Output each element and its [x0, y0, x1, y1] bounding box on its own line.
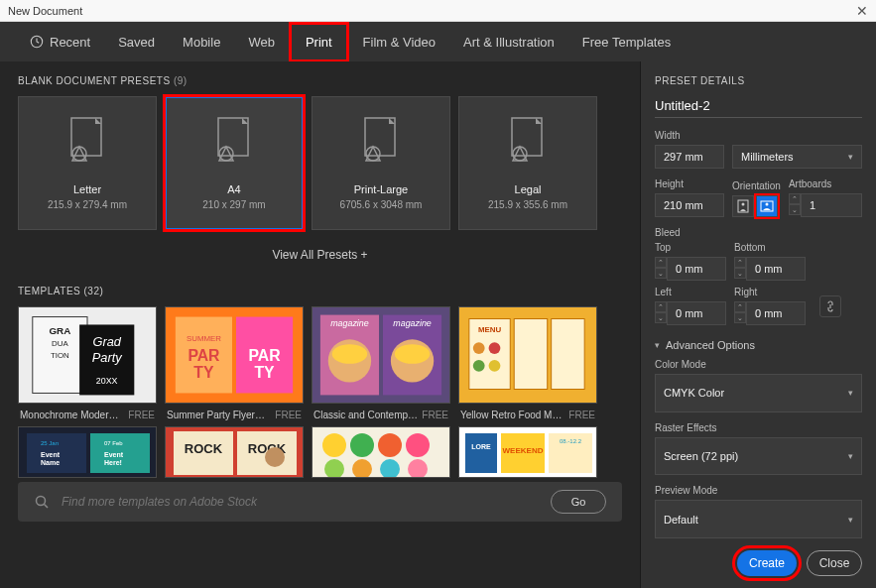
svg-point-2 — [72, 147, 86, 161]
preset-legal[interactable]: Legal 215.9 x 355.6 mm — [458, 96, 597, 230]
search-icon — [34, 494, 50, 510]
presets-panel: BLANK DOCUMENT PRESETS (9) Letter 215.9 … — [0, 61, 640, 588]
template-item[interactable]: GRADUATIONGradParty20XX Monochrome Moder… — [18, 306, 157, 426]
bleed-bottom-stepper[interactable]: ⌃⌄ — [734, 257, 746, 281]
template-thumb: magazinemagazine — [312, 306, 450, 404]
svg-point-6 — [366, 147, 380, 161]
tab-art-illustration[interactable]: Art & Illustration — [449, 25, 568, 59]
view-all-presets[interactable]: View All Presets + — [18, 248, 622, 262]
go-button[interactable]: Go — [551, 490, 606, 514]
template-item[interactable]: LOREWEEKEND08.-12.2 — [458, 426, 597, 478]
preset-letter[interactable]: Letter 215.9 x 279.4 mm — [18, 96, 157, 230]
landscape-icon — [760, 200, 774, 212]
tab-film-video[interactable]: Film & Video — [349, 25, 449, 59]
preset-a4[interactable]: A4 210 x 297 mm — [165, 96, 304, 230]
svg-text:magazine: magazine — [330, 318, 368, 328]
svg-point-4 — [219, 147, 233, 161]
svg-point-80 — [766, 203, 769, 206]
document-name-input[interactable]: Untitled-2 — [655, 98, 862, 118]
color-mode-select[interactable]: CMYK Color▾ — [655, 374, 862, 412]
height-input[interactable]: 210 mm — [655, 193, 724, 217]
category-tabs: Recent Saved Mobile Web Print Film & Vid… — [0, 22, 876, 61]
bleed-label: Bleed — [655, 227, 862, 238]
template-item[interactable]: ROCKROCK — [165, 426, 304, 478]
height-label: Height — [655, 178, 724, 189]
create-button[interactable]: Create — [737, 550, 797, 576]
svg-text:Event: Event — [41, 451, 61, 458]
svg-point-61 — [350, 433, 374, 457]
svg-text:MENU: MENU — [478, 325, 501, 334]
svg-text:PAR: PAR — [248, 347, 281, 364]
template-item[interactable]: MENU Yellow Retro Food M…FREE — [458, 306, 597, 426]
svg-text:TY: TY — [193, 364, 214, 381]
tab-mobile[interactable]: Mobile — [169, 25, 234, 59]
svg-text:TION: TION — [51, 351, 69, 360]
artboards-label: Artboards — [789, 178, 862, 189]
presets-heading: BLANK DOCUMENT PRESETS (9) — [18, 75, 622, 86]
bleed-right-stepper[interactable]: ⌃⌄ — [734, 301, 746, 325]
portrait-icon — [737, 199, 749, 213]
svg-text:magazine: magazine — [393, 318, 431, 328]
preview-mode-select[interactable]: Default▾ — [655, 500, 862, 538]
svg-text:20XX: 20XX — [96, 376, 118, 386]
template-item[interactable]: SUMMERPARTYPARTY Summer Party Flyer…FREE — [165, 306, 304, 426]
svg-point-34 — [395, 344, 430, 364]
svg-point-43 — [489, 360, 501, 372]
tab-saved[interactable]: Saved — [104, 25, 169, 59]
bleed-top-input[interactable]: 0 mm — [667, 257, 726, 281]
orientation-landscape[interactable] — [756, 195, 778, 217]
svg-text:DUA: DUA — [52, 339, 68, 348]
svg-point-41 — [489, 342, 501, 354]
chevron-down-icon: ▾ — [848, 515, 853, 525]
artboards-input[interactable]: 1 — [801, 193, 862, 217]
chevron-down-icon: ▾ — [848, 152, 853, 162]
tab-web[interactable]: Web — [234, 25, 289, 59]
svg-text:ROCK: ROCK — [185, 441, 223, 456]
templates-heading: TEMPLATES (32) — [18, 286, 622, 296]
svg-text:25 Jan: 25 Jan — [41, 440, 59, 446]
raster-effects-select[interactable]: Screen (72 ppi)▾ — [655, 437, 862, 476]
close-button[interactable]: Close — [807, 550, 862, 576]
svg-text:07 Feb: 07 Feb — [104, 440, 123, 446]
page-icon — [65, 116, 109, 166]
svg-rect-37 — [514, 319, 548, 390]
template-search: Go — [18, 482, 622, 522]
template-item[interactable] — [312, 426, 450, 478]
svg-text:Party: Party — [92, 350, 123, 365]
tab-print[interactable]: Print — [289, 22, 349, 62]
svg-text:GRA: GRA — [49, 325, 70, 336]
artboards-stepper[interactable]: ⌃⌄ — [789, 193, 801, 217]
window-title: New Document — [8, 5, 82, 17]
svg-text:08.-12.2: 08.-12.2 — [560, 438, 582, 444]
bleed-top-stepper[interactable]: ⌃⌄ — [655, 257, 667, 281]
page-icon — [212, 116, 256, 166]
template-item[interactable]: 25 Jan07 FebEventNameEventHere! — [18, 426, 157, 478]
bleed-bottom-input[interactable]: 0 mm — [746, 257, 806, 281]
advanced-options-toggle[interactable]: ▾ Advanced Options — [655, 339, 862, 351]
svg-point-40 — [473, 342, 485, 354]
orientation-portrait[interactable] — [732, 195, 754, 217]
width-input[interactable]: 297 mm — [655, 145, 724, 169]
svg-rect-38 — [552, 319, 585, 390]
link-bleed-icon[interactable] — [819, 295, 841, 317]
template-item[interactable]: magazinemagazine Classic and Contemp…FRE… — [312, 306, 450, 426]
tab-recent[interactable]: Recent — [16, 25, 104, 59]
chevron-down-icon: ▾ — [655, 340, 660, 350]
bleed-right-input[interactable]: 0 mm — [746, 301, 806, 325]
svg-text:Here!: Here! — [104, 459, 122, 466]
svg-point-33 — [332, 344, 367, 364]
tab-label: Recent — [50, 35, 90, 50]
preset-print-large[interactable]: Print-Large 6705.6 x 3048 mm — [312, 96, 450, 230]
svg-text:Grad: Grad — [92, 334, 121, 349]
tab-free-templates[interactable]: Free Templates — [568, 25, 685, 59]
bleed-left-stepper[interactable]: ⌃⌄ — [655, 301, 667, 325]
svg-rect-69 — [465, 433, 497, 473]
search-input[interactable] — [62, 495, 539, 509]
bleed-left-input[interactable]: 0 mm — [667, 301, 726, 325]
svg-point-8 — [513, 147, 527, 161]
clock-icon — [30, 35, 44, 49]
units-select[interactable]: Millimeters ▾ — [732, 145, 862, 169]
svg-point-75 — [37, 497, 46, 506]
orientation-label: Orientation — [732, 180, 781, 191]
close-icon[interactable]: ✕ — [856, 3, 868, 19]
